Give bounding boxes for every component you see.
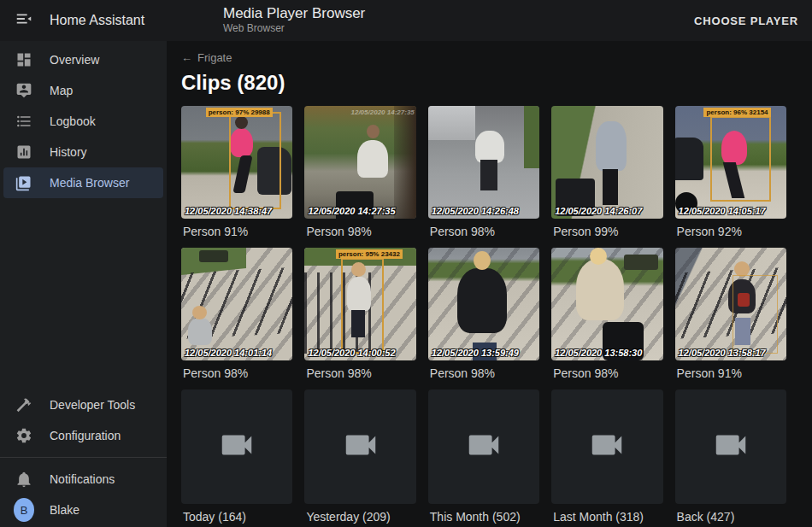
person-legs — [603, 169, 618, 205]
sidebar-item-media-browser[interactable]: Media Browser — [3, 167, 163, 198]
back-arrow-icon: ← — [181, 51, 192, 64]
breadcrumb-label: Frigate — [197, 51, 232, 64]
camera-osd-text: 12/05/2020 14:27:35 — [351, 108, 415, 116]
clip-item[interactable]: 12/05/2020 14:26:48 Person 98% — [428, 106, 539, 248]
sidebar-item-label: Media Browser — [50, 176, 129, 190]
avatar: B — [14, 500, 34, 520]
folder-thumbnail — [428, 389, 539, 504]
folder-item-this-month[interactable]: This Month (502) — [428, 389, 539, 527]
clip-timestamp: 12/05/2020 13:59:49 — [432, 348, 519, 358]
folder-label: Back (427) — [675, 504, 786, 527]
chart-box-icon — [14, 142, 34, 162]
sidebar-item-label: Configuration — [50, 429, 121, 442]
sidebar-item-label: Developer Tools — [50, 398, 135, 412]
person-figure — [188, 318, 212, 345]
clip-label: Person 98% — [551, 360, 662, 389]
play-box-multiple-icon — [14, 173, 34, 193]
clip-timestamp: 12/05/2020 14:26:48 — [432, 206, 519, 216]
sidebar-item-label: Notifications — [50, 472, 115, 486]
clip-label: Person 91% — [181, 219, 292, 248]
clip-label: Person 91% — [675, 360, 786, 389]
clip-item[interactable]: 12/05/2020 14:01:14 Person 98% — [181, 248, 292, 389]
folder-thumbnail — [181, 389, 292, 504]
detection-bounding-box — [341, 258, 384, 354]
page-header: Media Player Browser Web Browser — [223, 5, 365, 35]
video-camera-icon — [587, 425, 627, 468]
person-figure — [457, 268, 507, 333]
clip-item[interactable]: 12/05/2020 13:59:49 Person 98% — [428, 248, 539, 389]
clip-label: Person 98% — [428, 360, 539, 389]
sidebar-item-developer-tools[interactable]: Developer Tools — [3, 389, 163, 420]
folder-thumbnail — [304, 389, 415, 504]
person-figure — [357, 140, 388, 178]
clip-timestamp: 12/05/2020 14:00:52 — [308, 348, 395, 358]
choose-player-button[interactable]: CHOOSE PLAYER — [694, 15, 798, 27]
clip-thumbnail: 12/05/2020 14:26:48 — [428, 106, 539, 219]
clip-thumbnail: 12/05/2020 13:59:49 — [428, 248, 539, 360]
page-title: Clips (820) — [181, 71, 798, 95]
clip-thumbnail: 12/05/2020 14:01:14 — [181, 248, 292, 360]
detection-bounding-box — [733, 275, 777, 354]
avatar-initial: B — [14, 498, 34, 522]
tooltip-account-icon — [14, 80, 34, 101]
sidebar-item-label: Map — [50, 84, 73, 97]
sidebar-item-history[interactable]: History — [3, 137, 163, 167]
clip-thumbnail: 12/05/2020 14:26:07 — [551, 106, 662, 219]
clip-timestamp: 12/05/2020 13:58:30 — [555, 348, 642, 358]
app-title: Home Assistant — [50, 13, 144, 28]
clip-item[interactable]: person: 95% 23432 12/05/2020 14:00:52 Pe… — [304, 248, 415, 389]
person-figure — [576, 259, 624, 320]
clip-label: Person 98% — [304, 219, 415, 248]
bell-icon — [14, 469, 34, 489]
person-legs — [480, 160, 497, 190]
folder-item-today[interactable]: Today (164) — [181, 389, 292, 527]
clip-thumbnail: person: 97% 29988 12/05/2020 14:38:47 — [181, 106, 292, 219]
person-head — [590, 248, 607, 265]
folder-thumbnail — [551, 389, 662, 504]
clip-timestamp: 12/05/2020 14:38:47 — [185, 206, 272, 216]
clip-label: Person 92% — [675, 219, 786, 248]
clip-item[interactable]: 12/05/2020 14:26:07 Person 99% — [551, 106, 662, 248]
clip-thumbnail: person: 96% 32154 12/05/2020 14:05:17 — [675, 106, 786, 219]
video-camera-icon — [341, 425, 380, 468]
sidebar-item-overview[interactable]: Overview — [3, 44, 163, 75]
sidebar-item-map[interactable]: Map — [3, 75, 163, 106]
person-head — [474, 251, 491, 270]
porch-railing — [394, 106, 416, 219]
folder-item-yesterday[interactable]: Yesterday (209) — [304, 389, 415, 527]
clip-item[interactable]: person: 96% 32154 12/05/2020 14:05:17 Pe… — [675, 106, 786, 248]
sidebar-item-configuration[interactable]: Configuration — [3, 420, 163, 451]
sidebar-item-label: Overview — [50, 53, 99, 67]
person-figure — [475, 131, 504, 163]
user-name: Blake — [50, 503, 79, 517]
folder-label: Last Month (318) — [551, 504, 662, 527]
clip-label: Person 98% — [181, 360, 292, 389]
clip-timestamp: 12/05/2020 14:01:14 — [185, 348, 272, 358]
list-bulleted-icon — [14, 111, 34, 132]
detection-bounding-box — [710, 116, 770, 202]
sidebar-item-notifications[interactable]: Notifications — [3, 464, 163, 495]
stroller-figure — [675, 138, 703, 180]
clip-timestamp: 12/05/2020 14:27:35 — [308, 206, 395, 216]
menu-collapse-icon — [15, 9, 33, 32]
folder-item-back[interactable]: Back (427) — [675, 389, 786, 527]
sidebar-toggle-button[interactable] — [7, 3, 41, 38]
folder-item-last-month[interactable]: Last Month (318) — [551, 389, 662, 527]
clip-item[interactable]: 12/05/2020 13:58:17 Person 91% — [675, 248, 786, 389]
video-camera-icon — [217, 425, 256, 468]
clip-timestamp: 12/05/2020 14:05:17 — [679, 206, 766, 216]
person-head — [367, 125, 380, 138]
clip-item[interactable]: 12/05/2020 13:58:30 Person 98% — [551, 248, 662, 389]
clip-thumbnail: person: 95% 23432 12/05/2020 14:00:52 — [304, 248, 415, 360]
sidebar-item-logbook[interactable]: Logbook — [3, 106, 163, 137]
breadcrumb-back[interactable]: ← Frigate — [181, 51, 232, 64]
folder-label: Today (164) — [181, 504, 292, 527]
clip-item[interactable]: 12/05/2020 14:27:35 12/05/2020 14:27:35 … — [304, 106, 415, 248]
detection-bounding-box — [229, 112, 281, 210]
clip-timestamp: 12/05/2020 14:26:07 — [555, 206, 642, 216]
clip-item[interactable]: person: 97% 29988 12/05/2020 14:38:47 Pe… — [181, 106, 292, 248]
sidebar-item-profile[interactable]: B Blake — [3, 495, 163, 525]
clip-label: Person 98% — [428, 219, 539, 248]
sidebar-divider — [0, 457, 167, 458]
clip-timestamp: 12/05/2020 13:58:17 — [679, 348, 766, 358]
